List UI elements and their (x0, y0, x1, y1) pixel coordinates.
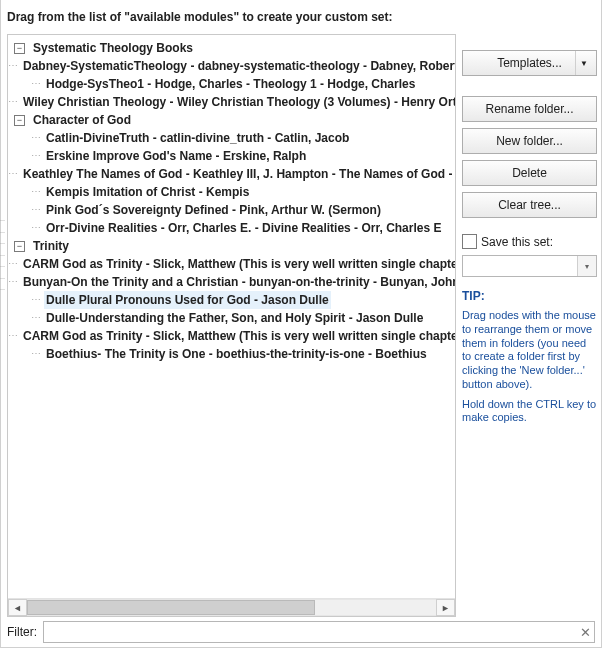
tree-leaf-icon: ⋯ (8, 57, 17, 75)
tree-item[interactable]: CARM God as Trinity - Slick, Matthew (Th… (21, 327, 455, 345)
tree-item[interactable]: Hodge-SysTheo1 - Hodge, Charles - Theolo… (44, 75, 417, 93)
rename-folder-label: Rename folder... (485, 102, 573, 116)
chevron-down-icon[interactable]: ▾ (577, 256, 596, 276)
tree-leaf-icon: ⋯ (31, 201, 40, 219)
instruction-text: Drag from the list of "available modules… (1, 0, 601, 30)
tree-item[interactable]: Dulle-Understanding the Father, Son, and… (44, 309, 425, 327)
tree-item[interactable]: Erskine Improve God's Name - Erskine, Ra… (44, 147, 308, 165)
tree-leaf-icon: ⋯ (31, 183, 40, 201)
templates-button[interactable]: Templates... ▼ (462, 50, 597, 76)
tree-item[interactable]: Dabney-SystematicTheology - dabney-syste… (21, 57, 455, 75)
tip-text-1: Drag nodes with the mouse to rearrange t… (462, 309, 597, 392)
scroll-right-icon[interactable]: ► (436, 599, 455, 616)
tree-leaf-icon: ⋯ (31, 129, 40, 147)
templates-button-label: Templates... (497, 56, 562, 70)
filter-input[interactable]: ✕ (43, 621, 595, 643)
module-tree-panel: Systematic Theology Books⋯Dabney-Systema… (7, 34, 456, 617)
tree-item[interactable]: Catlin-DivineTruth - catlin-divine_truth… (44, 129, 351, 147)
scroll-track[interactable] (27, 599, 436, 616)
scroll-thumb[interactable] (27, 600, 315, 615)
tree-item[interactable]: Dulle Plural Pronouns Used for God - Jas… (44, 291, 331, 309)
save-set-checkbox[interactable] (462, 234, 477, 249)
save-set-label: Save this set: (481, 235, 553, 249)
dropdown-icon[interactable]: ▼ (575, 51, 592, 75)
tree-item[interactable]: Boethius- The Trinity is One - boethius-… (44, 345, 429, 363)
tree-leaf-icon: ⋯ (31, 75, 40, 93)
tip-heading: TIP: (462, 289, 597, 303)
tree-leaf-icon: ⋯ (8, 273, 17, 291)
tree-item[interactable]: Keathley The Names of God - Keathley III… (21, 165, 455, 183)
new-folder-button[interactable]: New folder... (462, 128, 597, 154)
rename-folder-button[interactable]: Rename folder... (462, 96, 597, 122)
module-tree[interactable]: Systematic Theology Books⋯Dabney-Systema… (8, 35, 455, 367)
tree-leaf-icon: ⋯ (8, 255, 17, 273)
delete-button[interactable]: Delete (462, 160, 597, 186)
tree-item[interactable]: Orr-Divine Realities - Orr, Charles E. -… (44, 219, 443, 237)
tree-group-label[interactable]: Trinity (31, 237, 71, 255)
clear-tree-button[interactable]: Clear tree... (462, 192, 597, 218)
tree-toggle-icon[interactable] (14, 241, 25, 252)
tree-item[interactable]: Pink God´s Sovereignty Defined - Pink, A… (44, 201, 383, 219)
resize-grip-icon[interactable] (0, 220, 5, 290)
tree-leaf-icon: ⋯ (8, 165, 17, 183)
tree-leaf-icon: ⋯ (31, 291, 40, 309)
scroll-left-icon[interactable]: ◄ (8, 599, 27, 616)
tree-group-label[interactable]: Systematic Theology Books (31, 39, 195, 57)
side-panel: Templates... ▼ Rename folder... New fold… (456, 30, 601, 617)
clear-tree-label: Clear tree... (498, 198, 561, 212)
tree-leaf-icon: ⋯ (31, 147, 40, 165)
tree-toggle-icon[interactable] (14, 115, 25, 126)
save-set-combo[interactable]: ▾ (462, 255, 597, 277)
filter-label: Filter: (7, 625, 37, 639)
new-folder-label: New folder... (496, 134, 563, 148)
tip-text-2: Hold down the CTRL key to make copies. (462, 398, 597, 426)
tree-horizontal-scrollbar[interactable]: ◄ ► (8, 598, 455, 616)
tree-leaf-icon: ⋯ (31, 345, 40, 363)
tree-leaf-icon: ⋯ (31, 309, 40, 327)
tree-item[interactable]: Kempis Imitation of Christ - Kempis (44, 183, 251, 201)
tree-item[interactable]: Wiley Christian Theology - Wiley Christi… (21, 93, 455, 111)
tree-leaf-icon: ⋯ (8, 327, 17, 345)
tree-toggle-icon[interactable] (14, 43, 25, 54)
tree-group-label[interactable]: Character of God (31, 111, 133, 129)
delete-label: Delete (512, 166, 547, 180)
tree-item[interactable]: Bunyan-On the Trinity and a Christian - … (21, 273, 455, 291)
tree-leaf-icon: ⋯ (8, 93, 17, 111)
clear-filter-icon[interactable]: ✕ (580, 625, 591, 640)
tree-leaf-icon: ⋯ (31, 219, 40, 237)
tree-item[interactable]: CARM God as Trinity - Slick, Matthew (Th… (21, 255, 455, 273)
